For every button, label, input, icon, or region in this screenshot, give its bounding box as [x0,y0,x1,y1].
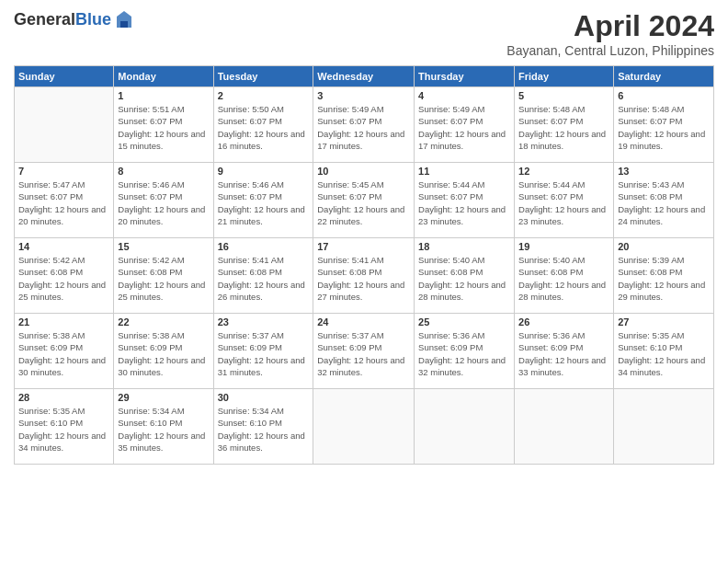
day-info: Sunrise: 5:42 AMSunset: 6:08 PMDaylight:… [118,254,209,303]
day-info: Sunrise: 5:38 AMSunset: 6:09 PMDaylight:… [18,329,109,378]
calendar-cell: 18Sunrise: 5:40 AMSunset: 6:08 PMDayligh… [415,238,515,314]
day-info: Sunrise: 5:36 AMSunset: 6:09 PMDaylight:… [418,329,510,378]
day-info: Sunrise: 5:51 AMSunset: 6:07 PMDaylight:… [118,103,209,152]
day-number: 1 [118,90,209,101]
day-number: 12 [518,166,609,177]
day-info: Sunrise: 5:37 AMSunset: 6:09 PMDaylight:… [317,329,410,378]
day-info: Sunrise: 5:43 AMSunset: 6:08 PMDaylight:… [618,178,710,227]
logo-text: GeneralBlue [14,11,111,29]
week-row-4: 21Sunrise: 5:38 AMSunset: 6:09 PMDayligh… [15,314,714,389]
day-info: Sunrise: 5:34 AMSunset: 6:10 PMDaylight:… [118,405,209,454]
calendar-cell: 26Sunrise: 5:36 AMSunset: 6:09 PMDayligh… [515,314,614,389]
column-header-monday: Monday [114,66,213,87]
calendar-cell: 20Sunrise: 5:39 AMSunset: 6:08 PMDayligh… [614,238,714,314]
day-number: 28 [18,392,109,403]
column-header-wednesday: Wednesday [313,66,415,87]
calendar-cell: 17Sunrise: 5:41 AMSunset: 6:08 PMDayligh… [313,238,415,314]
day-number: 11 [418,166,510,177]
calendar-cell: 13Sunrise: 5:43 AMSunset: 6:08 PMDayligh… [614,163,714,238]
day-number: 25 [418,316,510,327]
day-info: Sunrise: 5:48 AMSunset: 6:07 PMDaylight:… [618,103,710,152]
day-info: Sunrise: 5:49 AMSunset: 6:07 PMDaylight:… [317,103,410,152]
day-number: 15 [118,241,209,252]
day-number: 24 [317,316,410,327]
day-number: 21 [18,316,109,327]
day-number: 3 [317,90,410,101]
calendar-cell: 11Sunrise: 5:44 AMSunset: 6:07 PMDayligh… [415,163,515,238]
calendar-cell: 28Sunrise: 5:35 AMSunset: 6:10 PMDayligh… [15,389,114,465]
day-info: Sunrise: 5:46 AMSunset: 6:07 PMDaylight:… [218,178,310,227]
day-info: Sunrise: 5:34 AMSunset: 6:10 PMDaylight:… [218,405,310,454]
logo-blue: Blue [75,10,111,29]
calendar-cell: 24Sunrise: 5:37 AMSunset: 6:09 PMDayligh… [313,314,415,389]
calendar-cell: 3Sunrise: 5:49 AMSunset: 6:07 PMDaylight… [313,87,415,163]
location: Bayanan, Central Luzon, Philippines [506,43,714,58]
calendar-cell: 27Sunrise: 5:35 AMSunset: 6:10 PMDayligh… [614,314,714,389]
day-info: Sunrise: 5:40 AMSunset: 6:08 PMDaylight:… [518,254,609,303]
week-row-2: 7Sunrise: 5:47 AMSunset: 6:07 PMDaylight… [15,163,714,238]
day-info: Sunrise: 5:38 AMSunset: 6:09 PMDaylight:… [118,329,209,378]
calendar-cell: 10Sunrise: 5:45 AMSunset: 6:07 PMDayligh… [313,163,415,238]
column-header-saturday: Saturday [614,66,714,87]
day-number: 4 [418,90,510,101]
day-number: 23 [218,316,310,327]
day-info: Sunrise: 5:44 AMSunset: 6:07 PMDaylight:… [418,178,510,227]
day-info: Sunrise: 5:40 AMSunset: 6:08 PMDaylight:… [418,254,510,303]
calendar-cell: 22Sunrise: 5:38 AMSunset: 6:09 PMDayligh… [114,314,213,389]
logo-icon [113,9,135,31]
calendar-cell: 21Sunrise: 5:38 AMSunset: 6:09 PMDayligh… [15,314,114,389]
day-number: 17 [317,241,410,252]
day-info: Sunrise: 5:35 AMSunset: 6:10 PMDaylight:… [618,329,710,378]
calendar-cell: 14Sunrise: 5:42 AMSunset: 6:08 PMDayligh… [15,238,114,314]
day-number: 7 [18,166,109,177]
week-row-5: 28Sunrise: 5:35 AMSunset: 6:10 PMDayligh… [15,389,714,465]
day-number: 20 [618,241,710,252]
calendar-cell: 6Sunrise: 5:48 AMSunset: 6:07 PMDaylight… [614,87,714,163]
day-info: Sunrise: 5:47 AMSunset: 6:07 PMDaylight:… [18,178,109,227]
day-info: Sunrise: 5:44 AMSunset: 6:07 PMDaylight:… [518,178,609,227]
calendar-cell: 5Sunrise: 5:48 AMSunset: 6:07 PMDaylight… [515,87,614,163]
header: GeneralBlue April 2024 Bayanan, Central … [14,9,714,58]
day-info: Sunrise: 5:42 AMSunset: 6:08 PMDaylight:… [18,254,109,303]
calendar-header-row: SundayMondayTuesdayWednesdayThursdayFrid… [15,66,714,87]
calendar-cell [415,389,515,465]
calendar-cell: 1Sunrise: 5:51 AMSunset: 6:07 PMDaylight… [114,87,213,163]
column-header-tuesday: Tuesday [213,66,313,87]
calendar-cell [15,87,114,163]
calendar-table: SundayMondayTuesdayWednesdayThursdayFrid… [14,65,714,465]
page: GeneralBlue April 2024 Bayanan, Central … [0,0,728,563]
day-number: 5 [518,90,609,101]
calendar-cell: 30Sunrise: 5:34 AMSunset: 6:10 PMDayligh… [213,389,313,465]
calendar-cell: 8Sunrise: 5:46 AMSunset: 6:07 PMDaylight… [114,163,213,238]
week-row-3: 14Sunrise: 5:42 AMSunset: 6:08 PMDayligh… [15,238,714,314]
month-title: April 2024 [506,9,714,43]
day-info: Sunrise: 5:36 AMSunset: 6:09 PMDaylight:… [518,329,609,378]
column-header-sunday: Sunday [15,66,114,87]
logo-general: General [14,10,75,29]
day-number: 26 [518,316,609,327]
day-info: Sunrise: 5:46 AMSunset: 6:07 PMDaylight:… [118,178,209,227]
day-number: 18 [418,241,510,252]
day-number: 2 [218,90,310,101]
day-number: 6 [618,90,710,101]
day-info: Sunrise: 5:39 AMSunset: 6:08 PMDaylight:… [618,254,710,303]
calendar-cell: 19Sunrise: 5:40 AMSunset: 6:08 PMDayligh… [515,238,614,314]
logo: GeneralBlue [14,9,135,31]
calendar-cell: 9Sunrise: 5:46 AMSunset: 6:07 PMDaylight… [213,163,313,238]
calendar-cell: 25Sunrise: 5:36 AMSunset: 6:09 PMDayligh… [415,314,515,389]
calendar-cell: 7Sunrise: 5:47 AMSunset: 6:07 PMDaylight… [15,163,114,238]
day-number: 30 [218,392,310,403]
calendar-cell [313,389,415,465]
calendar-cell: 23Sunrise: 5:37 AMSunset: 6:09 PMDayligh… [213,314,313,389]
title-block: April 2024 Bayanan, Central Luzon, Phili… [506,9,714,58]
day-number: 14 [18,241,109,252]
day-number: 16 [218,241,310,252]
column-header-thursday: Thursday [415,66,515,87]
calendar-cell [614,389,714,465]
calendar-cell: 4Sunrise: 5:49 AMSunset: 6:07 PMDaylight… [415,87,515,163]
week-row-1: 1Sunrise: 5:51 AMSunset: 6:07 PMDaylight… [15,87,714,163]
calendar-cell: 16Sunrise: 5:41 AMSunset: 6:08 PMDayligh… [213,238,313,314]
day-number: 22 [118,316,209,327]
day-number: 13 [618,166,710,177]
day-number: 27 [618,316,710,327]
